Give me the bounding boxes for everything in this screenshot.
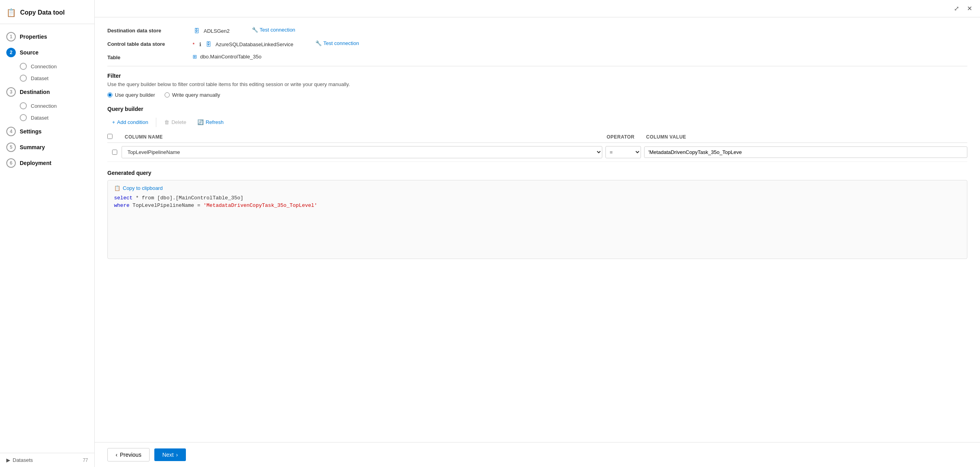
app-icon: 📋 <box>6 8 16 17</box>
step-label-1: Properties <box>20 34 47 40</box>
wrench-icon-ctrl: 🔧 <box>315 40 322 46</box>
generated-query-box: 📋 Copy to clipboard select * from [dbo].… <box>107 180 967 259</box>
plus-icon: + <box>112 119 115 125</box>
refresh-icon: 🔄 <box>197 119 204 125</box>
query-where-val: 'MetadataDrivenCopyTask_35o_TopLevel' <box>203 203 317 208</box>
content-area: Destination data store 🗄 ADLSGen2 🔧 Test… <box>95 17 980 442</box>
sidebar-subitem-source-dataset[interactable]: Dataset <box>0 72 94 84</box>
sql-icon: 🗄 <box>204 40 212 48</box>
column-value-input[interactable] <box>644 146 967 158</box>
sidebar-subitem-source-connection[interactable]: Connection <box>0 60 94 72</box>
filter-description: Use the query builder below to filter co… <box>107 81 967 87</box>
sidebar-item-settings[interactable]: 4 Settings <box>0 124 94 139</box>
adls-icon: 🗄 <box>193 27 200 35</box>
refresh-label: Refresh <box>206 119 224 125</box>
datasets-label: Datasets <box>13 457 33 463</box>
where-keyword: where <box>114 203 129 208</box>
row-checkbox-col <box>107 150 122 155</box>
radio-label-query-builder: Use query builder <box>115 92 155 98</box>
copy-to-clipboard-button[interactable]: 📋 Copy to clipboard <box>114 185 163 191</box>
step-circle-5: 5 <box>6 143 16 152</box>
filter-radio-group: Use query builder Write query manually <box>107 92 967 98</box>
table-name: dbo.MainControlTable_35o <box>200 54 261 60</box>
radio-write-manually[interactable]: Write query manually <box>165 92 220 98</box>
query-line-1: select * from [dbo].[MainControlTable_35… <box>114 195 961 201</box>
header-operator: OPERATOR <box>607 134 646 140</box>
sidebar-item-summary[interactable]: 5 Summary <box>0 139 94 155</box>
main-content: ⤢ ✕ Destination data store 🗄 ADLSGen2 🔧 … <box>95 0 980 467</box>
expand-button[interactable]: ⤢ <box>952 3 961 14</box>
filter-title: Filter <box>107 73 967 79</box>
step-circle-6: 6 <box>6 158 16 168</box>
step-label-3: Destination <box>20 89 50 95</box>
generated-query-title: Generated query <box>107 170 967 176</box>
test-connection-dest[interactable]: 🔧 Test connection <box>252 27 295 33</box>
destination-store-name: ADLSGen2 <box>204 28 230 34</box>
sidebar-subitem-dest-connection[interactable]: Connection <box>0 100 94 112</box>
sidebar-nav: 1 Properties 2 Source Connection Dataset… <box>0 24 94 453</box>
sidebar-item-source[interactable]: 2 Source <box>0 45 94 60</box>
next-button[interactable]: Next › <box>154 448 186 461</box>
destination-store-value: 🗄 ADLSGen2 <box>193 27 230 35</box>
operator-select[interactable]: = <box>605 146 641 158</box>
query-row-0: TopLevelPipelineName = <box>107 143 967 162</box>
radio-label-write-manually: Write query manually <box>172 92 220 98</box>
control-table-label: Control table data store <box>107 40 186 47</box>
sidebar: 📋 Copy Data tool 1 Properties 2 Source C… <box>0 0 95 467</box>
control-table-value: * ℹ 🗄 AzureSQLDatabaseLinkedService <box>193 40 293 48</box>
add-condition-button[interactable]: + Add condition <box>107 117 153 128</box>
destination-store-label: Destination data store <box>107 27 186 34</box>
header-column-name: COLUMN NAME <box>122 134 607 140</box>
radio-input-write-manually[interactable] <box>165 92 170 98</box>
test-connection-ctrl[interactable]: 🔧 Test connection <box>315 40 359 46</box>
step-circle-3: 3 <box>6 87 16 97</box>
table-label: Table <box>107 54 186 60</box>
refresh-button[interactable]: 🔄 Refresh <box>193 117 229 128</box>
query-builder-toolbar: + Add condition 🗑 Delete 🔄 Refresh <box>107 117 967 128</box>
required-star: * <box>193 41 195 47</box>
generated-query-section: Generated query 📋 Copy to clipboard sele… <box>107 170 967 259</box>
delete-label: Delete <box>171 119 186 125</box>
radio-input-query-builder[interactable] <box>107 92 112 98</box>
step-label-2: Source <box>20 49 38 56</box>
datasets-count: 77 <box>83 458 88 463</box>
close-button[interactable]: ✕ <box>965 3 974 14</box>
step-label-4: Settings <box>20 128 41 135</box>
row-checkbox-0[interactable] <box>112 150 117 155</box>
sidebar-item-properties[interactable]: 1 Properties <box>0 29 94 45</box>
top-bar: ⤢ ✕ <box>95 0 980 17</box>
previous-label: Previous <box>120 452 141 458</box>
sub-circle-dest-conn <box>20 102 27 109</box>
column-name-select[interactable]: TopLevelPipelineName <box>122 146 602 158</box>
toolbar-divider <box>156 118 156 127</box>
footer: ‹ Previous Next › <box>95 442 980 467</box>
info-icon: ℹ <box>199 41 201 47</box>
radio-query-builder[interactable]: Use query builder <box>107 92 155 98</box>
select-all-checkbox[interactable] <box>107 134 112 139</box>
header-check-col <box>107 134 122 140</box>
query-from-part: * from [dbo].[MainControlTable_35o] <box>136 195 244 201</box>
query-where-col: TopLevelPipelineName = <box>133 203 203 208</box>
step-label-5: Summary <box>20 144 45 150</box>
step-circle-1: 1 <box>6 32 16 41</box>
destination-store-row: Destination data store 🗄 ADLSGen2 🔧 Test… <box>107 27 967 35</box>
sub-label-source-dataset: Dataset <box>31 75 49 81</box>
sidebar-subitem-dest-dataset[interactable]: Dataset <box>0 112 94 124</box>
query-builder-header: COLUMN NAME OPERATOR COLUMN VALUE <box>107 131 967 143</box>
divider <box>107 66 967 66</box>
wrench-icon-dest: 🔧 <box>252 27 258 33</box>
query-line-2: where TopLevelPipelineName = 'MetadataDr… <box>114 203 961 208</box>
trash-icon: 🗑 <box>164 119 169 125</box>
sidebar-item-destination[interactable]: 3 Destination <box>0 84 94 100</box>
datasets-expand-icon: ▶ <box>6 457 10 463</box>
delete-button[interactable]: 🗑 Delete <box>159 117 191 128</box>
sidebar-item-deployment[interactable]: 6 Deployment <box>0 155 94 171</box>
sidebar-datasets-section[interactable]: ▶ Datasets 77 <box>0 453 94 467</box>
next-label: Next <box>162 452 174 458</box>
sub-circle-dest-ds <box>20 114 27 121</box>
control-table-row: Control table data store * ℹ 🗄 AzureSQLD… <box>107 40 967 48</box>
query-builder-title: Query builder <box>107 106 967 112</box>
copy-icon: 📋 <box>114 185 120 191</box>
add-condition-label: Add condition <box>117 119 148 125</box>
previous-button[interactable]: ‹ Previous <box>107 448 150 461</box>
